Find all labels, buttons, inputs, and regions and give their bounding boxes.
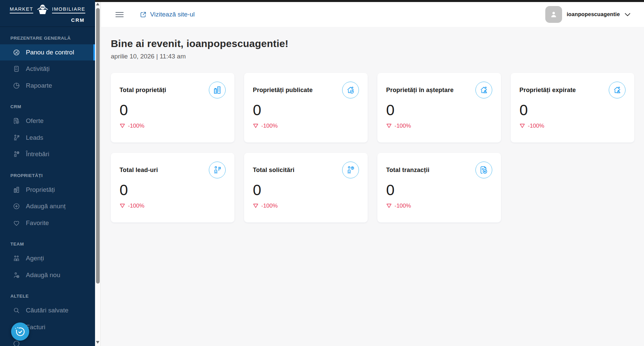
brand-word-left: MARKET [10,6,33,13]
person-question-icon [342,162,359,178]
triangle-down-icon [120,203,125,208]
triangle-down-icon [253,203,259,208]
main-content: Bine ai revenit, ioanpopescuagentie! apr… [101,27,644,346]
person-flag-icon [13,134,20,141]
sidebar-section-title: CRM [0,101,95,113]
card-value: 0 [120,102,226,119]
stat-cards-grid: Total proprietăți 0 -100% Proprietăți pu… [111,73,635,222]
card-value: 0 [253,182,359,199]
sidebar-item-activitati[interactable]: Activități [0,61,95,77]
brand-house-icon: mi [36,4,50,16]
card-value: 0 [253,102,359,119]
visit-site-label: Vizitează site-ul [150,11,195,18]
sidebar-item-label: Căutări salvate [26,307,68,314]
sidebar: MARKET mi IMOBILIARE CRM PREZENTARE GENE… [0,0,95,346]
sidebar-item-intrebari[interactable]: Întrebări [0,146,95,162]
date-line: aprilie 10, 2026 | 11:43 am [111,53,635,60]
brand-logo[interactable]: MARKET mi IMOBILIARE CRM [0,0,95,27]
stat-card-total-lead-uri: Total lead-uri 0 -100% [111,153,234,222]
card-change: -100% [120,203,226,209]
sidebar-section-crm: CRM Oferte Leads Întrebări [0,101,95,163]
scrollbar-down-arrow-icon[interactable] [96,341,99,344]
house-warning-icon [475,82,492,98]
stat-card-total-solicitari: Total solicitări 0 -100% [244,153,368,222]
cookie-consent-button[interactable] [11,322,29,341]
user-menu[interactable]: ioanpopescuagentie [545,6,631,23]
activities-icon [13,65,20,73]
scrollbar-up-arrow-icon[interactable] [96,3,99,5]
sidebar-item-rapoarte[interactable]: Rapoarte [0,78,95,94]
sidebar-item-proprietati[interactable]: Proprietăți [0,182,95,198]
sidebar-item-agenti[interactable]: Agenți [0,250,95,266]
buildings-icon [13,186,20,193]
stat-card-proprietati-publicate: Proprietăți publicate 0 -100% [244,73,368,142]
offers-contract-icon [13,117,20,125]
hamburger-menu-icon[interactable] [115,12,124,17]
search-icon [13,307,20,314]
card-change: -100% [386,123,492,129]
change-label: -100% [528,123,544,129]
card-change: -100% [253,123,359,129]
sidebar-item-favorite[interactable]: Favorite [0,215,95,231]
username: ioanpopescuagentie [567,11,620,17]
triangle-down-icon [386,203,392,208]
card-title: Total proprietăți [120,87,166,94]
cookie-icon [14,326,26,337]
sidebar-section-title: PROPRIETĂȚI [0,170,95,181]
sidebar-item-adauga-nou[interactable]: Adaugă nou [0,267,95,283]
card-value: 0 [386,182,492,199]
stat-card-total-tranzactii: Total tranzacții 0 -100% [377,153,501,222]
contract-handshake-icon [475,162,492,178]
sidebar-section-title: PREZENTARE GENERALĂ [0,32,95,44]
sidebar-item-label: Agenți [26,255,44,262]
visit-site-link[interactable]: Vizitează site-ul [140,11,195,18]
house-check-icon [342,82,359,98]
window-top-strip [95,0,644,2]
change-label: -100% [261,203,278,209]
heart-icon [13,219,20,227]
card-change: -100% [120,123,226,129]
triangle-down-icon [253,123,259,128]
triangle-down-icon [120,123,125,128]
card-value: 0 [519,102,626,119]
sidebar-item-label: Rapoarte [26,82,52,89]
sidebar-section-overview: PREZENTARE GENERALĂ Panou de control Act… [0,32,95,94]
house-alert-icon [609,82,626,98]
scrollbar-thumb[interactable] [96,8,100,284]
change-label: -100% [395,123,411,129]
sidebar-item-leads[interactable]: Leads [0,130,95,146]
sidebar-item-cautari-salvate[interactable]: Căutări salvate [0,302,95,318]
dashboard-icon [13,49,20,56]
card-title: Total solicitări [253,167,294,174]
triangle-down-icon [519,123,525,128]
stat-card-total-proprietati: Total proprietăți 0 -100% [111,73,234,142]
person-question-icon [13,150,20,158]
sidebar-scrollbar[interactable] [95,0,101,346]
avatar [545,6,562,23]
brand-sub-label: CRM [10,17,85,23]
card-value: 0 [386,102,492,119]
sidebar-item-label: Favorite [26,219,49,227]
change-label: -100% [128,123,144,129]
sidebar-item-label: Panou de control [26,49,74,56]
sidebar-item-adauga-anunt[interactable]: Adaugă anunț [0,198,95,214]
brand-word-right: IMOBILIARE [52,6,85,13]
circle-icon [13,340,20,346]
sidebar-section-team: TEAM Agenți Adaugă nou [0,239,95,283]
topbar: Vizitează site-ul ioanpopescuagentie [101,0,644,27]
people-icon [13,255,20,262]
card-change: -100% [386,203,492,209]
change-label: -100% [395,203,411,209]
sidebar-item-panou-de-control[interactable]: Panou de control [0,44,95,60]
svg-text:mi: mi [41,5,45,9]
buildings-icon [209,82,226,98]
sidebar-item-label: Adaugă nou [26,271,60,279]
card-change: -100% [253,203,359,209]
external-link-icon [140,11,147,18]
card-title: Total lead-uri [120,167,158,174]
plus-circle-icon [13,203,20,210]
change-label: -100% [128,203,144,209]
sidebar-item-oferte[interactable]: Oferte [0,113,95,129]
sidebar-item-label: Adaugă anunț [26,203,65,210]
chevron-down-icon [625,13,631,16]
